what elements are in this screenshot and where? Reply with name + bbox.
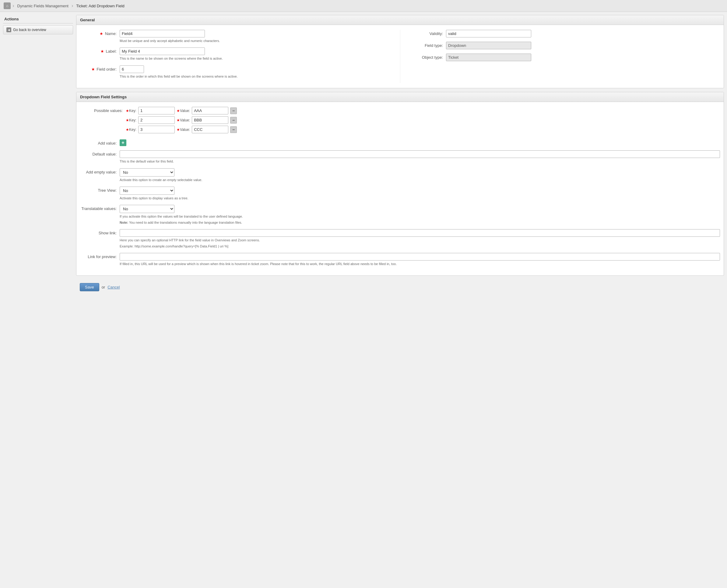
dropdown-settings-header: Dropdown Field Settings — [77, 92, 724, 102]
pv-remove-btn-1[interactable]: − — [230, 107, 237, 114]
add-empty-value-row: Add empty value: No Yes Activate this op… — [80, 168, 720, 182]
show-link-row: Show link: Here you can specify an optio… — [80, 229, 720, 249]
show-link-input[interactable] — [120, 229, 720, 237]
translatable-row: Translatable values: No Yes If you activ… — [80, 205, 720, 225]
tree-view-label: Tree View: — [80, 187, 120, 193]
object-type-label: Object type: — [407, 54, 446, 60]
pv-key-input-1[interactable] — [138, 107, 175, 114]
pv-value-label-3: ★Value: — [176, 127, 190, 132]
label-label: ★ Label: — [80, 47, 120, 54]
save-button[interactable]: Save — [80, 283, 99, 291]
breadcrumb-current: Ticket: Add Dropdown Field — [75, 3, 125, 9]
show-link-hint1: Here you can specify an optional HTTP li… — [120, 238, 720, 243]
add-empty-value-select[interactable]: No Yes — [120, 168, 174, 176]
pv-key-label-2: ★Key: — [126, 118, 137, 122]
pv-key-input-2[interactable] — [138, 116, 175, 124]
field-order-hint: This is the order in which this field wi… — [120, 74, 394, 79]
dropdown-settings-section: Dropdown Field Settings Possible values:… — [76, 92, 724, 276]
link-preview-hint: If filled in, this URL will be used for … — [120, 262, 720, 266]
label-hint: This is the name to be shown on the scre… — [120, 56, 394, 61]
field-order-label: ★ Field order: — [80, 65, 120, 71]
add-value-button[interactable]: + — [120, 140, 126, 146]
tree-view-row: Tree View: No Yes Activate this option t… — [80, 187, 720, 201]
breadcrumb: ⌂ › Dynamic Fields Management › Ticket: … — [0, 0, 727, 12]
translatable-select[interactable]: No Yes — [120, 205, 174, 213]
field-order-row: ★ Field order: This is the order in whic… — [80, 65, 394, 79]
pv-value-input-3[interactable] — [192, 126, 228, 133]
pv-row-1: ★Key: ★Value: − — [126, 107, 720, 114]
general-section: General ★ Name: Must be un — [76, 15, 724, 88]
name-row: ★ Name: Must be unique and only accept a… — [80, 30, 394, 43]
go-back-button[interactable]: ◄ Go back to overview — [3, 25, 73, 35]
validity-row: Validity: — [407, 30, 720, 38]
pv-key-input-3[interactable] — [138, 126, 175, 133]
translatable-note-bold: Note: — [120, 220, 128, 224]
possible-values-row: Possible values: ★Key: ★Value: − ★Key: — [80, 107, 720, 135]
breadcrumb-dynamic-fields[interactable]: Dynamic Fields Management — [16, 3, 70, 9]
general-section-header: General — [77, 15, 724, 25]
pv-key-label-1: ★Key: — [126, 109, 137, 113]
add-value-row: Add value: + — [80, 140, 720, 146]
field-type-label: Field type: — [407, 42, 446, 48]
add-empty-value-label: Add empty value: — [80, 168, 120, 174]
pv-row-2: ★Key: ★Value: − — [126, 116, 720, 124]
field-type-value: Dropdown — [446, 42, 531, 49]
translatable-note: Note: You need to add the translations m… — [120, 220, 720, 225]
validity-label: Validity: — [407, 30, 446, 36]
sidebar-title: Actions — [3, 15, 73, 23]
translatable-hint1: If you activate this option the values w… — [120, 214, 720, 219]
home-icon[interactable]: ⌂ — [4, 2, 11, 9]
possible-values-label: Possible values: — [80, 107, 126, 113]
link-preview-row: Link for preview: If filled in, this URL… — [80, 253, 720, 266]
pv-remove-btn-2[interactable]: − — [230, 117, 237, 124]
pv-row-3: ★Key: ★Value: − — [126, 126, 720, 133]
back-arrow-icon: ◄ — [6, 27, 11, 32]
show-link-hint2: Example: http://some.example.com/handle?… — [120, 244, 720, 249]
go-back-label: Go back to overview — [13, 28, 46, 32]
breadcrumb-separator-2: › — [71, 3, 73, 8]
or-text: or — [102, 285, 105, 290]
tree-view-hint: Activate this option to display values a… — [120, 196, 720, 201]
breadcrumb-separator-1: › — [13, 3, 14, 8]
default-value-input[interactable] — [120, 150, 720, 158]
pv-value-input-1[interactable] — [192, 107, 228, 114]
pv-value-label-2: ★Value: — [176, 118, 190, 122]
object-type-row: Object type: Ticket — [407, 54, 720, 61]
cancel-button[interactable]: Cancel — [107, 285, 120, 290]
field-type-row: Field type: Dropdown — [407, 42, 720, 49]
pv-remove-btn-3[interactable]: − — [230, 126, 237, 133]
validity-input[interactable] — [446, 30, 531, 38]
sidebar: Actions ◄ Go back to overview — [3, 15, 73, 35]
field-order-input[interactable] — [120, 65, 144, 73]
tree-view-select[interactable]: No Yes — [120, 187, 174, 195]
possible-values-container: ★Key: ★Value: − ★Key: ★Value: − — [126, 107, 720, 135]
name-label: ★ Name: — [80, 30, 120, 36]
field-order-required: ★ — [91, 67, 95, 71]
main-content: General ★ Name: Must be un — [76, 15, 724, 295]
pv-key-label-3: ★Key: — [126, 127, 137, 132]
name-input[interactable] — [120, 30, 205, 38]
add-value-label: Add value: — [80, 140, 120, 146]
pv-value-input-2[interactable] — [192, 116, 228, 124]
name-hint: Must be unique and only accept alphabeti… — [120, 39, 394, 43]
translatable-note2: You need to add the translations manuall… — [129, 220, 242, 224]
pv-value-label-1: ★Value: — [176, 109, 190, 113]
name-required: ★ — [100, 31, 103, 36]
default-value-hint: This is the default value for this field… — [120, 159, 720, 164]
bottom-actions: Save or Cancel — [76, 279, 724, 295]
translatable-label: Translatable values: — [80, 205, 120, 211]
label-row: ★ Label: This is the name to be shown on… — [80, 47, 394, 61]
default-value-row: Default value: This is the default value… — [80, 150, 720, 164]
default-value-label: Default value: — [80, 150, 120, 156]
label-required: ★ — [101, 49, 104, 54]
object-type-value: Ticket — [446, 54, 531, 61]
link-preview-label: Link for preview: — [80, 253, 120, 259]
show-link-label: Show link: — [80, 229, 120, 235]
link-preview-input[interactable] — [120, 253, 720, 260]
label-input[interactable] — [120, 47, 205, 55]
add-empty-hint: Activate this option to create an empty … — [120, 178, 720, 182]
